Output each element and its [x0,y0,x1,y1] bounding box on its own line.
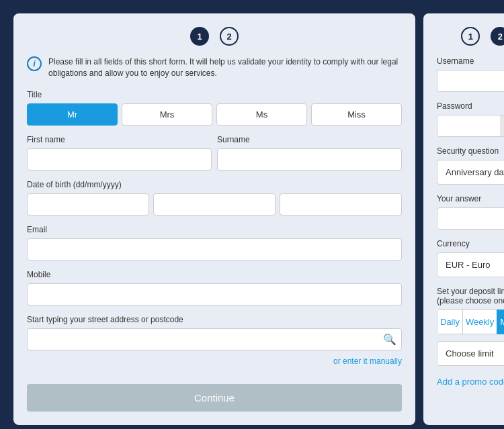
tab-monthly[interactable]: Monthly [497,309,504,334]
password-input[interactable] [437,115,504,137]
right-step-2: 2 [491,27,504,46]
currency-select-wrap: EUR - Euro GBP - Pound USD - Dollar ▼ [437,252,504,277]
dob-row [27,193,402,216]
first-name-input[interactable] [27,148,212,171]
username-input[interactable] [437,70,504,92]
title-ms[interactable]: Ms [216,103,307,126]
your-answer-group: Your answer [437,194,504,230]
address-label: Start typing your street address or post… [27,315,402,324]
password-group: Password Show [437,101,504,137]
continue-button[interactable]: Continue [27,384,402,412]
title-group: Mr Mrs Ms Miss [27,103,402,126]
surname-label: Surname [217,135,402,144]
tab-weekly[interactable]: Weekly [462,309,497,334]
info-text: Please fill in all fields of this short … [48,56,402,79]
title-label: Title [27,90,402,99]
your-answer-label: Your answer [437,194,504,203]
mobile-input[interactable] [27,283,402,305]
left-step-1: 1 [190,27,209,46]
password-wrap: Show [437,115,504,137]
email-label: Email [27,225,402,234]
title-mrs[interactable]: Mrs [122,103,212,126]
left-step-indicators: 1 2 [27,27,402,46]
currency-select[interactable]: EUR - Euro GBP - Pound USD - Dollar [437,252,504,277]
dob-day-input[interactable] [27,193,149,216]
address-input-wrap: 🔍 [27,328,402,350]
title-miss[interactable]: Miss [311,103,402,126]
left-panel: 1 2 i Please fill in all fields of this … [13,13,415,425]
your-answer-input[interactable] [437,207,504,230]
dob-year-input[interactable] [280,193,402,216]
info-icon: i [27,56,42,71]
manual-link[interactable]: or enter it manually [333,356,402,366]
dob-group: Date of birth (dd/mm/yyyy) [27,180,402,216]
first-name-group: First name [27,135,212,171]
deposit-limit-group: Set your deposit limit (please choose on… [437,287,504,366]
surname-group: Surname [217,135,402,171]
right-panel: 1 2 Username Password Show Security ques… [423,13,504,425]
choose-limit-select-wrap: Choose limit ▼ [437,341,504,366]
surname-input[interactable] [217,148,402,171]
manual-link-wrap: or enter it manually [27,354,402,367]
address-group: Start typing your street address or post… [27,315,402,367]
dob-label: Date of birth (dd/mm/yyyy) [27,180,402,189]
username-group: Username [437,56,504,92]
right-step-indicators: 1 2 [437,27,504,46]
promo-link[interactable]: Add a promo code [437,377,504,387]
address-search-icon[interactable]: 🔍 [383,333,396,346]
currency-label: Currency [437,239,504,248]
promo-row[interactable]: Add a promo code ⌄ [437,375,504,388]
tab-daily[interactable]: Daily [437,309,462,334]
username-label: Username [437,56,504,66]
password-label: Password [437,101,504,111]
security-question-group: Security question Anniversary date Pet n… [437,146,504,185]
deposit-tabs: Daily Weekly Monthly [437,309,504,334]
currency-group: Currency EUR - Euro GBP - Pound USD - Do… [437,239,504,277]
mobile-group: Mobile [27,270,402,305]
dob-month-input[interactable] [153,193,276,216]
right-step-1: 1 [461,27,480,46]
security-question-label: Security question [437,146,504,156]
name-row: First name Surname [27,135,402,171]
main-container: 1 2 i Please fill in all fields of this … [13,13,491,425]
left-step-2: 2 [220,27,239,46]
title-mr[interactable]: Mr [27,103,118,126]
security-question-select[interactable]: Anniversary date Pet name Mother's maide… [437,160,504,185]
address-input[interactable] [27,328,402,350]
choose-limit-select[interactable]: Choose limit [437,341,504,366]
email-group: Email [27,225,402,260]
show-password-button[interactable]: Show [500,115,504,137]
deposit-limit-label: Set your deposit limit (please choose on… [437,287,504,305]
security-question-select-wrap: Anniversary date Pet name Mother's maide… [437,160,504,185]
info-box: i Please fill in all fields of this shor… [27,56,402,79]
email-input[interactable] [27,238,402,260]
mobile-label: Mobile [27,270,402,279]
first-name-label: First name [27,135,212,144]
